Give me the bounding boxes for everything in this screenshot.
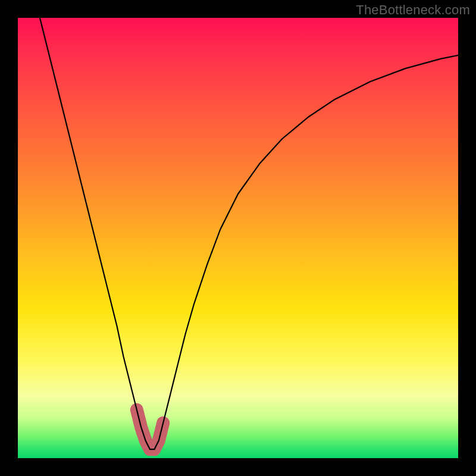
highlight-segment — [137, 410, 163, 450]
plot-area — [18, 18, 458, 458]
curve-svg — [18, 18, 458, 458]
chart-frame: TheBottleneck.com — [0, 0, 476, 476]
watermark-label: TheBottleneck.com — [356, 2, 470, 18]
bottleneck-curve — [40, 18, 458, 449]
